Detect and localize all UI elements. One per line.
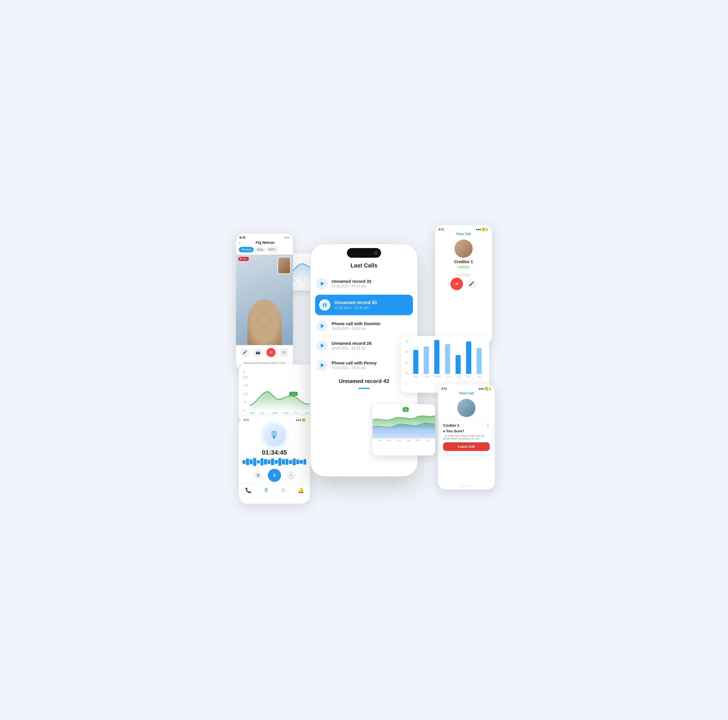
svg-text:●: ● <box>293 392 294 395</box>
rbp-close-icon[interactable]: ✕ <box>486 423 490 428</box>
svg-text:Sat: Sat <box>305 411 309 414</box>
creditor1-avatar <box>454 239 473 258</box>
lrc-mic-area: 🎙 <box>263 424 286 447</box>
rtc-bars <box>410 340 485 374</box>
ltc-time: 9:41 <box>239 236 246 239</box>
cp-bottom-title: Unnamed record 43 <box>316 378 412 385</box>
call-item-3[interactable]: Phone call with Dominic 19.05.2021 - 10:… <box>316 316 412 336</box>
play-icon-1 <box>321 282 324 286</box>
right-wave-chart: ● Jan Feb Mar Apr M <box>373 404 435 455</box>
bar-thu <box>445 344 450 374</box>
ltc-recording-badge: REC <box>238 257 249 261</box>
play-icon-3 <box>321 324 324 328</box>
call-item-2-active[interactable]: Unnamed record 43 22.05.2021 - 02:45 pm <box>315 295 413 315</box>
notch-bar <box>310 244 418 259</box>
scene: 5k 4k 3k 2k 1k 01 <box>236 225 492 495</box>
rbp-dialog-header: Creditor 2 ✕ <box>443 423 490 428</box>
call-name-1: Unnamed record 32 <box>332 279 412 283</box>
rbp-avatar-area <box>438 397 495 419</box>
mic-nav-icon[interactable]: 🎙 <box>264 487 269 493</box>
call-date-3: 19.05.2021 - 10:24 am <box>332 326 412 331</box>
bar-fri <box>456 355 461 374</box>
rtp-actions-label: ACTIONS <box>435 274 492 277</box>
rtp-action-btns: ✕ 🎤 <box>435 278 492 293</box>
ltc-contact-name: Fig Nelson <box>240 241 290 246</box>
call-info-4: Unnamed record 28 19.05.2021 - 10:24 am <box>332 341 412 350</box>
svg-text:Mon: Mon <box>250 411 255 414</box>
rtp-mute-button[interactable]: 🎤 <box>466 279 477 289</box>
rbp-creditor-name: Creditor 2 <box>443 424 459 427</box>
rtp-end-call-button[interactable]: ✕ <box>450 278 463 290</box>
rwc-x-labels: Jan Feb Mar Apr May Jun <box>373 439 435 441</box>
rbp-status-bar: 9:41 ●●● 📶🔋 <box>438 385 495 391</box>
pause-recording-button[interactable]: ⏸ <box>268 469 281 482</box>
tab-meeting[interactable]: Meeting <box>239 247 254 252</box>
call-date-1: 24.05.2021 - 04:30 pm <box>332 284 412 288</box>
rtp-status-bar: 9:41 ●●● 📶🔋 <box>435 225 492 232</box>
bar-sat <box>466 342 471 374</box>
ltc-controls: 🎤 📷 ✕ ⚙ <box>236 345 293 360</box>
cp-title: Last Calls <box>316 262 412 269</box>
call-item-4[interactable]: Unnamed record 28 19.05.2021 - 10:24 am <box>316 336 412 355</box>
ltc-pip-inner <box>278 257 290 273</box>
rtp-avatar-area: Creditor 1 10:05:42 <box>435 237 492 271</box>
lrc-bottom-nav: 📞 🎙 ⚙ 🔔 <box>239 484 310 497</box>
bar-wed <box>434 340 439 374</box>
call-date-5: 15.05.2021 - 00:10 am <box>332 366 412 370</box>
ltc-status-bar: 9:41 ●●● <box>236 234 293 241</box>
bar-sun <box>477 348 482 374</box>
ltc-video-area: REC <box>236 254 293 345</box>
right-top-phone: 9:41 ●●● 📶🔋 Voice Call Creditor 1 10:05:… <box>435 225 492 345</box>
rtc-chart-area: 40 30 20 10 0 Mon Tue <box>405 340 485 390</box>
rtp-signal: ●●● 📶🔋 <box>476 228 489 231</box>
call-item-5[interactable]: Phone call with Penny 15.05.2021 - 00:10… <box>316 355 412 375</box>
call-info-3: Phone call with Dominic 19.05.2021 - 10:… <box>332 321 412 331</box>
call-info-1: Unnamed record 32 24.05.2021 - 04:30 pm <box>332 279 412 288</box>
camera-off-button[interactable]: 📷 <box>253 348 263 357</box>
confirm-button[interactable]: ✓ <box>287 471 295 479</box>
more-options-button[interactable]: ⚙ <box>280 348 289 357</box>
play-btn-1[interactable] <box>316 278 327 289</box>
lrc-timer: 01:34:45 <box>262 449 287 456</box>
call-name-2: Unnamed record 43 <box>335 300 409 305</box>
lrc-controls: 🗑 ⏸ ✓ <box>254 469 295 482</box>
rtc-bars-container: Mon Tue Wed Thu Fri Sat Sun <box>410 340 485 390</box>
rbp-title: Voice Call <box>438 391 495 397</box>
lcc-y-axis: 200 150 100 50 0 <box>243 376 248 417</box>
ltc-pip <box>278 257 291 274</box>
rbp-time: 9:41 <box>441 387 447 390</box>
ltc-tabs: Meeting Chat Highli... <box>236 247 293 254</box>
delete-recording-button[interactable]: 🗑 <box>254 471 262 479</box>
notifications-nav-icon[interactable]: 🔔 <box>298 487 304 493</box>
pause-icon-2 <box>323 303 326 307</box>
pause-icon: ⏸ <box>272 473 277 478</box>
bar-tue <box>424 346 429 374</box>
play-icon-5 <box>321 363 324 367</box>
end-call-button[interactable]: ✕ <box>266 348 275 357</box>
call-info-2: Unnamed record 43 22.05.2021 - 02:45 pm <box>335 300 409 310</box>
pause-btn-2[interactable] <box>319 299 330 311</box>
rwc-tooltip: ● <box>403 407 409 412</box>
call-item-1[interactable]: Unnamed record 32 24.05.2021 - 04:30 pm <box>316 274 412 294</box>
rtc-y-axis: 40 30 20 10 0 <box>405 340 408 390</box>
rtp-time: 9:41 <box>439 228 444 231</box>
phone-nav-icon[interactable]: 📞 <box>245 487 251 493</box>
notch <box>347 248 381 258</box>
svg-text:Thu: Thu <box>284 411 288 414</box>
ltc-signal: ●●● <box>284 236 289 239</box>
play-btn-5[interactable] <box>316 360 327 371</box>
play-btn-3[interactable] <box>316 320 327 332</box>
mute-button[interactable]: 🎤 <box>240 348 249 357</box>
rtp-contact-name: Creditor 1 <box>454 259 473 264</box>
tab-highlights[interactable]: Highli... <box>266 247 278 252</box>
rtp-avatar <box>454 239 473 258</box>
settings-nav-icon[interactable]: ⚙ <box>281 487 286 493</box>
rbp-home-bar <box>461 486 472 487</box>
creditor2-avatar <box>457 399 476 417</box>
rtp-duration-badge: 10:05:42 <box>456 265 471 269</box>
leave-call-button[interactable]: Leave Call <box>443 442 490 451</box>
play-btn-4[interactable] <box>316 340 327 351</box>
call-name-3: Phone call with Dominic <box>332 321 412 326</box>
tab-chat[interactable]: Chat <box>255 247 265 252</box>
notch-camera <box>374 251 378 254</box>
